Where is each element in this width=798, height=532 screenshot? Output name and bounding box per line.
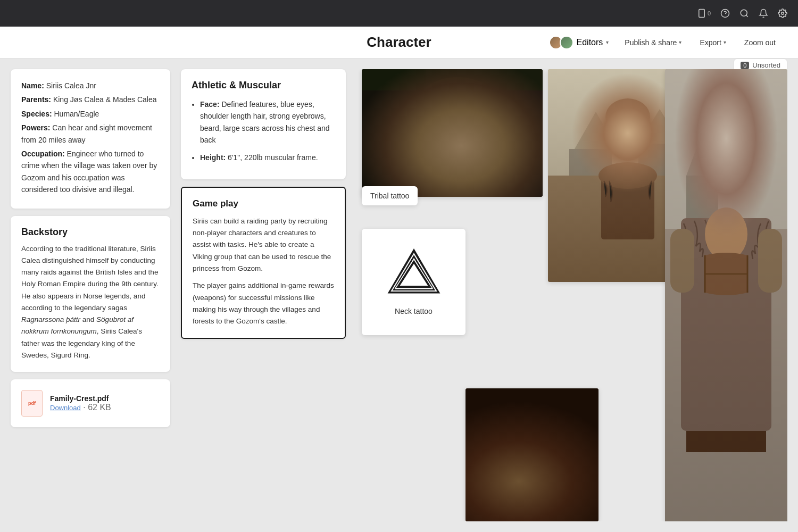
boots-svg xyxy=(466,388,598,521)
editors-chevron: ▾ xyxy=(606,39,609,45)
neck-tattoo-label-text: Neck tattoo xyxy=(395,307,433,315)
svg-rect-59 xyxy=(686,176,718,229)
fur-coat-image xyxy=(665,69,787,521)
svg-rect-65 xyxy=(670,229,694,293)
left-column: Name: Siriis Calea Jnr Parents: King Jøs… xyxy=(11,69,170,521)
svg-point-28 xyxy=(617,128,623,133)
help-icon[interactable] xyxy=(720,9,730,18)
svg-point-61 xyxy=(699,109,754,152)
svg-point-62 xyxy=(708,161,745,185)
avatar-2 xyxy=(560,36,573,49)
athletic-title: Athletic & Muscular xyxy=(192,80,335,91)
gameplay-card: Game play Siriis can build a raiding par… xyxy=(181,187,346,339)
svg-rect-55 xyxy=(466,511,598,521)
svg-marker-19 xyxy=(575,112,617,149)
pdf-filename: Family-Crest.pdf xyxy=(50,394,111,403)
svg-point-27 xyxy=(598,162,657,189)
svg-rect-7 xyxy=(362,69,543,197)
pdf-info: Family-Crest.pdf Download · 62 KB xyxy=(50,394,111,412)
settings-icon[interactable] xyxy=(778,9,787,18)
pdf-icon: pdf xyxy=(21,390,43,417)
svg-rect-67 xyxy=(686,431,766,452)
backstory-text: According to the traditional literature,… xyxy=(21,243,160,362)
publish-chevron: ▾ xyxy=(679,39,681,45)
svg-rect-35 xyxy=(466,388,598,521)
svg-rect-14 xyxy=(362,69,426,197)
header-bar: Character Editors ▾ Publish & share ▾ Ex… xyxy=(0,27,798,59)
pdf-download-row: Download · 62 KB xyxy=(50,403,111,412)
svg-point-64 xyxy=(705,207,747,261)
svg-line-5 xyxy=(746,15,747,16)
gameplay-title: Game play xyxy=(193,198,334,209)
svg-point-9 xyxy=(420,82,495,162)
svg-rect-15 xyxy=(362,69,543,90)
badge-count: 0 xyxy=(708,10,711,16)
tribal-face-image xyxy=(362,69,543,197)
svg-point-6 xyxy=(782,12,784,15)
svg-rect-0 xyxy=(699,10,705,18)
character-parents: Parents: King Jøs Calea & Mades Calea xyxy=(21,94,160,105)
svg-point-23 xyxy=(606,109,649,157)
svg-rect-37 xyxy=(479,479,524,497)
pdf-download-link[interactable]: Download xyxy=(50,404,81,412)
svg-rect-57 xyxy=(665,69,787,229)
tribal-face-svg xyxy=(362,69,543,197)
svg-point-12 xyxy=(431,157,484,189)
svg-line-45 xyxy=(489,428,513,436)
athletic-face: Face: Defined features, blue eyes, shoul… xyxy=(200,98,335,146)
backstory-card: Backstory According to the traditional l… xyxy=(11,216,170,372)
photo-collage: Tribal tattoo xyxy=(356,69,787,521)
svg-rect-36 xyxy=(476,420,524,495)
page-title: Character xyxy=(367,34,431,51)
svg-point-25 xyxy=(613,139,643,161)
athletic-list: Face: Defined features, blue eyes, shoul… xyxy=(192,98,335,163)
zoom-out-button[interactable]: Zoom out xyxy=(738,35,782,50)
main-content: 0 Unsorted Name: Siriis Calea Jnr Parent… xyxy=(0,59,798,532)
svg-rect-66 xyxy=(758,229,782,293)
neck-tattoo-symbol xyxy=(387,248,440,302)
tribal-tattoo-label: Tribal tattoo xyxy=(362,186,418,205)
character-name: Name: Siriis Calea Jnr xyxy=(21,80,160,92)
search-icon[interactable] xyxy=(739,9,749,18)
tablet-icon[interactable]: 0 xyxy=(697,9,711,18)
publish-share-button[interactable]: Publish & share ▾ xyxy=(618,35,688,50)
bell-icon[interactable] xyxy=(759,9,768,18)
editors-avatars xyxy=(549,36,573,49)
pdf-card: pdf Family-Crest.pdf Download · 62 KB xyxy=(11,379,170,427)
header-actions: Editors ▾ Publish & share ▾ Export ▾ Zoo… xyxy=(545,34,782,52)
svg-line-44 xyxy=(489,428,513,436)
svg-rect-26 xyxy=(601,176,654,239)
top-bar: 0 xyxy=(0,0,798,27)
neck-tattoo-card: Neck tattoo xyxy=(362,229,466,335)
svg-point-24 xyxy=(605,98,650,136)
export-chevron: ▾ xyxy=(724,39,726,45)
svg-rect-21 xyxy=(569,149,612,176)
athletic-height: Height: 6'1", 220lb muscular frame. xyxy=(200,152,335,163)
svg-point-4 xyxy=(741,10,747,16)
athletic-card: Athletic & Muscular Face: Defined featur… xyxy=(181,69,346,179)
svg-rect-56 xyxy=(665,69,787,521)
svg-point-11 xyxy=(399,142,408,151)
unsorted-label: Unsorted xyxy=(752,61,780,69)
character-info-card: Name: Siriis Calea Jnr Parents: King Jøs… xyxy=(11,69,170,209)
svg-point-10 xyxy=(409,145,421,158)
svg-rect-63 xyxy=(681,218,771,431)
svg-point-13 xyxy=(419,77,496,125)
editors-button[interactable]: Editors ▾ xyxy=(545,34,613,52)
svg-point-29 xyxy=(633,128,639,133)
character-occupation: Occupation: Engineer who turned to crime… xyxy=(21,148,160,196)
pdf-file-size: · 62 KB xyxy=(83,403,111,412)
gameplay-text2: The player gains additional in-game rewa… xyxy=(193,280,334,327)
character-species: Species: Human/Eagle xyxy=(21,108,160,120)
center-column: Athletic & Muscular Face: Defined featur… xyxy=(181,69,346,521)
editors-label: Editors xyxy=(577,38,603,47)
fur-coat-svg xyxy=(665,69,787,521)
svg-point-8 xyxy=(415,85,500,192)
svg-rect-47 xyxy=(540,481,585,500)
character-powers: Powers: Can hear and sight movement from… xyxy=(21,122,160,146)
export-button[interactable]: Export ▾ xyxy=(693,35,732,50)
unsorted-count: 0 xyxy=(741,62,749,69)
backstory-title: Backstory xyxy=(21,227,160,238)
svg-marker-58 xyxy=(686,133,718,176)
svg-point-60 xyxy=(700,120,753,178)
